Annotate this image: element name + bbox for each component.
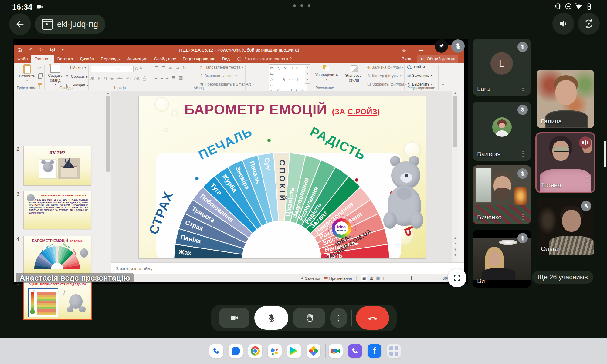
font-style-buttons[interactable]: Ж К Ч S abc АВ Aa А xyxy=(90,75,148,81)
photos-app-icon[interactable] xyxy=(307,344,320,358)
arrange-button[interactable]: Упорядочить▾ xyxy=(313,64,341,81)
screen-record-icon xyxy=(36,3,44,11)
shape-outline-button[interactable]: ✎Контур фигуры▾ xyxy=(367,73,401,78)
find-button[interactable]: Найти xyxy=(407,65,425,69)
participant-tile-bychenko[interactable]: Биченко ⋮ xyxy=(473,165,531,224)
fullscreen-button[interactable] xyxy=(448,268,466,287)
comments-toggle[interactable]: Примечания xyxy=(324,276,352,281)
slide-scrollbar[interactable]: ▲ ▲ ▲ ▼ ▼ xyxy=(452,91,458,262)
shapes-scrollbar[interactable]: ▲▼▼ xyxy=(305,64,310,84)
notes-toggle[interactable]: ≜Заметки xyxy=(301,276,320,281)
sign-in-link[interactable]: Вход xyxy=(402,56,411,61)
minimize-button[interactable]: — xyxy=(419,47,423,52)
participant-tile-lara[interactable]: L Lara ⋮ xyxy=(473,39,531,96)
grow-shrink-font-buttons[interactable]: АА xyxy=(135,66,142,71)
participant-menu[interactable]: ⋮ xyxy=(583,109,591,118)
tab-home[interactable]: Главная xyxy=(31,55,54,63)
slide-thumbnail-5-selected[interactable]: ОЦІНІТЬ РІВЕНЬ СВОГО СТАНУ ВІД 0 ДО 100 … xyxy=(24,280,91,319)
assistant-app-icon[interactable] xyxy=(268,344,282,358)
more-options-button[interactable]: ⋮ xyxy=(330,308,347,328)
screenshare-tile[interactable]: ↶ ↻ ▾ ПЕДРАДА 05.12 - PowerPoint (Сбой а… xyxy=(13,39,468,284)
align-buttons[interactable]: ≡≡≡≣▥ xyxy=(154,75,185,80)
app-grid-icon[interactable] xyxy=(387,344,401,358)
align-text-button[interactable]: ⇳Выровнять текст▾ xyxy=(200,73,237,78)
mic-toggle-button-muted[interactable] xyxy=(254,306,288,330)
slide-thumbnail-2[interactable]: ЯК ТИ? xyxy=(24,146,91,185)
tell-me-bulb-icon xyxy=(237,57,241,61)
layout-button[interactable]: Макет▾ xyxy=(66,66,86,70)
end-call-button[interactable] xyxy=(356,306,389,330)
meeting-code-pill[interactable]: eki-judq-rtg xyxy=(35,15,105,34)
slide-thumbnail-4[interactable]: БАРОМЕТР ЕМОЦІЙ (ЗА С.РОЙЗ) СТРАХ ПЕЧАЛЬ… xyxy=(24,236,91,274)
facebook-app-icon[interactable]: f xyxy=(368,344,381,358)
participant-menu[interactable]: ⋮ xyxy=(519,84,527,93)
view-switcher[interactable]: ▣ ⊞ ▥ ▢ xyxy=(361,275,388,281)
participant-name: Тетяна xyxy=(541,181,561,189)
camera-toggle-button[interactable] xyxy=(219,308,249,328)
tab-slideshow[interactable]: Слайд-шоу xyxy=(151,55,179,63)
back-button[interactable] xyxy=(9,13,31,35)
zoom-slider[interactable] xyxy=(398,278,432,278)
participant-menu[interactable]: ⋮ xyxy=(519,149,527,158)
list-indent-buttons[interactable]: ☰☰⇤⇥⇅ xyxy=(154,66,188,70)
share-button[interactable]: Общий доступ xyxy=(417,55,458,63)
tab-animations[interactable]: Анимация xyxy=(124,55,151,63)
participant-name: Ви xyxy=(477,277,485,285)
tab-review[interactable]: Рецензирование xyxy=(179,55,219,63)
slide[interactable]: БАРОМЕТР ЕМОЦІЙ (ЗА С.РОЙЗ) ЖахПанікаСтр… xyxy=(139,96,426,258)
participant-menu[interactable]: ⋮ xyxy=(519,212,527,221)
ppt-window-title: ПЕДРАДА 05.12 - PowerPoint (Сбой активац… xyxy=(14,47,464,52)
tab-file[interactable]: Файл xyxy=(14,55,31,63)
chrome-app-icon[interactable] xyxy=(248,344,262,358)
slide-thumbnail-3[interactable]: МЕНТАЛЬНЕ АБО ПСИХІЧНЕ ЗДОРОВ'Я МЕНТАЛЬН… xyxy=(24,191,91,229)
replace-button[interactable]: abЗаменить▾ xyxy=(407,73,432,78)
tab-design[interactable]: Дизайн xyxy=(76,55,97,63)
fan-group-label-СТРАХ: СТРАХ xyxy=(146,190,176,237)
collapse-ribbon-button[interactable]: ⌃ xyxy=(441,83,445,88)
participant-tile-valeria[interactable]: Валерія ⋮ xyxy=(473,102,531,161)
tab-view[interactable]: Вид xyxy=(219,55,233,63)
font-size-combo[interactable]: ▾ xyxy=(120,66,134,72)
tell-me-box[interactable]: Что вы хотите сделать? xyxy=(241,55,295,63)
fan-label-СПОКІЙ: СПОКІЙ xyxy=(278,160,287,203)
paste-button[interactable]: Вставить▾ xyxy=(16,64,38,82)
pin-badge[interactable] xyxy=(435,39,448,53)
presenting-banner: Анастасія веде презентацію xyxy=(16,273,134,283)
red-dot xyxy=(355,178,358,182)
thumbnails-scrollbar[interactable]: ▲ xyxy=(105,91,111,274)
reset-button[interactable]: ↻Сбросить xyxy=(66,74,88,79)
audio-output-button[interactable] xyxy=(552,13,574,35)
notes-pane[interactable]: Заметки к слайду xyxy=(111,262,464,274)
quick-styles-button[interactable]: Экспресс-стили xyxy=(342,64,366,83)
zoom-in-button[interactable]: + xyxy=(436,276,438,281)
viber-app-icon[interactable] xyxy=(348,344,362,358)
mic-off-icon xyxy=(517,105,528,115)
page-indicator xyxy=(293,4,310,7)
present-online-icon[interactable] xyxy=(401,47,407,52)
tab-insert[interactable]: Вставка xyxy=(54,55,76,63)
participant-menu[interactable]: ⋮ xyxy=(583,175,591,183)
participant-tile-you[interactable]: Ви xyxy=(473,230,531,288)
tab-transitions[interactable]: Переходы xyxy=(97,55,124,63)
switch-camera-button[interactable] xyxy=(578,13,600,35)
more-participants-button[interactable]: Ще 26 учасників xyxy=(532,271,593,284)
participants-scrollbar[interactable] xyxy=(604,141,606,167)
zoom-out-button[interactable]: − xyxy=(392,276,394,281)
ppt-ribbon-tabs: Файл Главная Вставка Дизайн Переходы Ани… xyxy=(14,55,464,63)
thumb2-envelope-image xyxy=(58,158,80,179)
raise-hand-button[interactable] xyxy=(293,308,325,328)
meet-app-icon[interactable] xyxy=(329,344,343,358)
participant-tile-galyna[interactable]: Галина ⋮ xyxy=(537,70,594,128)
phone-app-icon[interactable] xyxy=(209,344,223,358)
copy-button[interactable] xyxy=(38,74,42,79)
participant-tile-olha[interactable]: Ольга ⋮ xyxy=(537,198,594,255)
text-direction-button[interactable]: ⇅Направление текста▾ xyxy=(200,65,243,69)
participant-menu[interactable]: ⋮ xyxy=(583,237,591,245)
new-slide-button[interactable]: ✶ Создать слайд▾ xyxy=(46,64,65,86)
participant-tile-tetiana-speaking[interactable]: Тетяна ⋮ xyxy=(535,132,595,193)
font-name-combo[interactable]: ▾ xyxy=(91,66,120,72)
cut-button[interactable]: ✂ xyxy=(38,66,41,70)
shape-fill-button[interactable]: ◆Заливка фигуры▾ xyxy=(367,65,404,69)
play-store-app-icon[interactable] xyxy=(287,344,301,358)
messages-app-icon[interactable] xyxy=(229,344,243,358)
